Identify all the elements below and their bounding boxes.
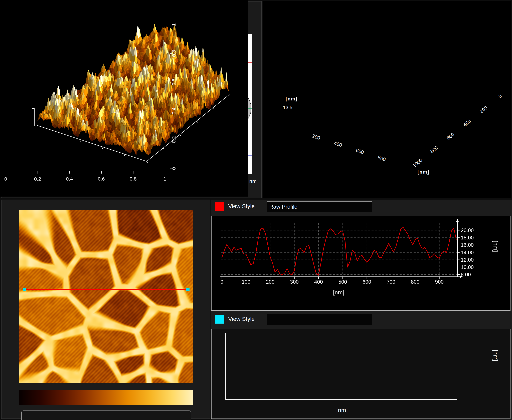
profile-source-image[interactable] (19, 210, 193, 383)
axis-tick (170, 53, 172, 54)
axis-tick (170, 82, 172, 82)
surface-z-max-label: 13.5 (283, 105, 292, 110)
chart2-x-axis-unit-label: [nm] (329, 407, 355, 413)
axis-tick (6, 171, 6, 173)
profile-endpoint-left[interactable] (23, 288, 26, 291)
axis-tick (170, 111, 172, 111)
topo-x-tick: 0.8 (130, 176, 137, 182)
topo-x-tick: 0.4 (66, 176, 73, 182)
height-colorbar-horizontal (19, 390, 193, 405)
bottom-control-box[interactable] (21, 411, 191, 420)
empty-profile-chart-frame (211, 329, 511, 419)
axis-tick (170, 25, 172, 25)
axis-tick (133, 171, 134, 173)
topo-x-tick: 1 (163, 176, 166, 182)
chart2-y-axis-unit-label: [nm] (492, 350, 499, 361)
surface-3d-view[interactable] (0, 0, 248, 196)
view-style-label-2: View Style (228, 316, 255, 322)
surface-z-axis-unit-label: [nm] (286, 96, 297, 102)
axis-tick (170, 169, 172, 169)
afm-analysis-window: [µm] [µm] Range 9.57 11.01 1.44 nm [nm] … (0, 0, 512, 420)
topo-x-tick: 0.2 (34, 176, 41, 182)
chart1-y-axis-unit-label: [nm] (492, 241, 499, 252)
topo-x-tick: 0 (4, 176, 7, 182)
topo-x-tick: 0.6 (98, 176, 105, 182)
view-style-label-1: View Style (228, 203, 255, 210)
range-unit-label: nm (249, 178, 257, 184)
surface-3d-panel (263, 1, 511, 198)
profile-endpoint-right[interactable] (186, 288, 190, 291)
axis-tick (101, 171, 102, 173)
chart2-right-axis-line (457, 333, 457, 400)
chart2-x-axis-line (225, 399, 457, 400)
view-style-input-2[interactable] (267, 314, 372, 325)
surface-x-axis-unit-label: [nm] (413, 169, 433, 175)
chart1-x-axis-unit-label: [nm] (325, 289, 352, 296)
profile-color-swatch-cyan[interactable] (215, 315, 224, 324)
raw-profile-chart (212, 216, 510, 310)
profile-color-swatch-red[interactable] (215, 202, 224, 211)
axis-tick (165, 171, 165, 173)
profile-line[interactable] (25, 289, 187, 290)
view-style-input-1[interactable] (267, 201, 372, 212)
axis-tick (37, 171, 38, 173)
chart2-y-axis-line (225, 333, 226, 400)
axis-tick (69, 171, 70, 173)
axis-tick (170, 140, 172, 140)
